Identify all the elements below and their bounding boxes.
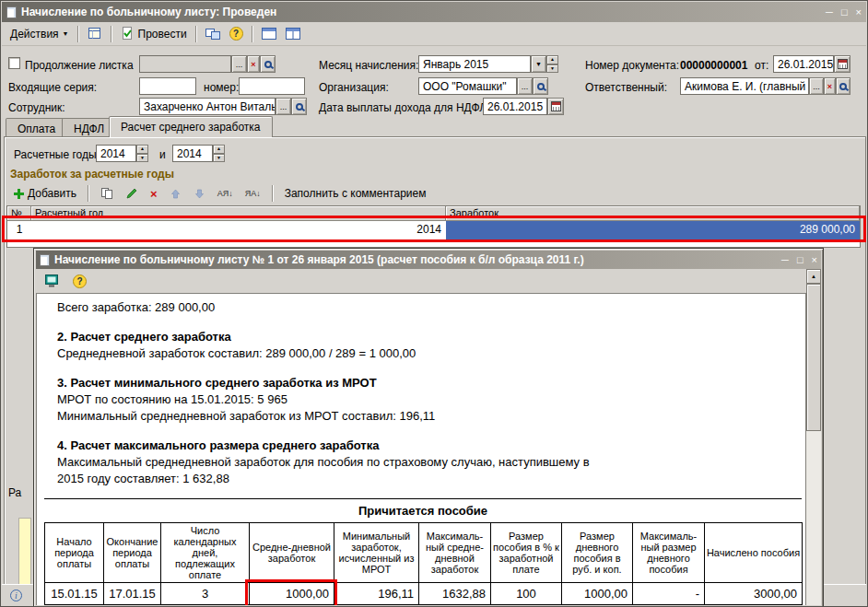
earnings-table-header: № Расчетный год Заработок [7,206,860,221]
benefit-table-title: Причитается пособие [44,503,802,519]
spin-up-icon[interactable]: ▲ [213,145,225,154]
search-icon [296,103,303,111]
continuation-search-button[interactable] [260,55,276,73]
continuation-ellipsis-button[interactable]: ... [231,55,247,73]
row-amount-cell[interactable]: 289 000,00 [446,221,860,239]
dialog-close-button[interactable]: × [812,254,817,265]
year2-input[interactable]: 2014 [172,145,213,162]
employee-input[interactable]: Захарченко Антон Витальеви [139,98,276,115]
header-cell: Начало периода оплаты [45,523,104,583]
benefit-table: Начало периода оплаты Окончание периода … [44,522,803,605]
data-cell-max-earning: 1632,88 [419,583,491,605]
month-spinner[interactable]: ▲ ▼ [546,55,558,73]
copy-icon [100,187,113,200]
dialog-help-button[interactable]: ? [69,273,90,290]
data-cell-period-end: 17.01.15 [104,583,161,605]
move-up-button[interactable] [166,186,185,202]
series-input[interactable] [139,77,196,95]
row-number-cell[interactable]: 1 [7,221,31,239]
ndfl-calendar-button[interactable] [547,98,564,115]
arrow-down-icon [194,188,205,200]
dialog-toolbar: ? [36,269,806,293]
responsible-search-button[interactable] [836,77,850,95]
spin-down-icon[interactable]: ▼ [136,154,148,163]
help-button[interactable]: ? [226,25,247,42]
series-number-label: номер: [204,81,239,94]
fill-with-comment-button[interactable]: Заполнить с комментарием [281,185,430,202]
tab-oplata[interactable]: Оплата [6,118,67,137]
scroll-up-icon[interactable]: ▲ [806,269,821,284]
month-dropdown-button[interactable]: ▼ [531,55,546,73]
minimize-button[interactable]: ─ [826,6,833,18]
date-calendar-button[interactable] [834,55,850,73]
responsible-input[interactable]: Акимова Е. И. (главный бух [680,77,809,95]
year2-spinner[interactable]: ▲ ▼ [213,145,225,162]
search-icon [537,83,545,90]
vertical-scrollbar[interactable]: ▲ [806,269,821,605]
move-down-button[interactable] [190,186,209,202]
employee-ellipsis-button[interactable]: ... [276,98,291,115]
row-year-cell[interactable]: 2014 [31,221,446,239]
info-icon: i [10,589,22,601]
continuation-checkbox[interactable] [8,57,20,69]
responsible-clear-button[interactable]: × [824,77,836,95]
header-cell: Число календарных дней, подлежащих оплат… [161,523,250,583]
date-input[interactable]: 26.01.2015 [773,55,834,73]
spin-up-icon[interactable]: ▲ [136,145,148,154]
organization-label: Организация: [319,81,389,94]
report-section2-title: 2. Расчет среднего заработка [57,329,805,345]
header-cell: Средне-дневной заработок [250,523,334,583]
report-section4-title: 4. Расчет максимального размера среднего… [57,438,805,454]
dialog-maximize-button[interactable]: □ [797,254,803,265]
delete-row-button[interactable]: × [147,186,161,202]
post-button[interactable]: Провести [117,25,191,42]
edit-row-button[interactable] [122,185,142,202]
journal-button[interactable] [84,25,106,42]
copy-row-button[interactable] [97,185,117,202]
tab-average-earnings[interactable]: Расчет среднего заработка [109,116,273,137]
dialog-minimize-button[interactable]: ─ [781,254,789,265]
sort-desc-button[interactable]: ЯА↓ [241,187,264,200]
table-row[interactable]: 1 2014 289 000,00 [7,221,860,239]
close-button[interactable]: × [856,6,862,18]
earnings-table: № Расчетный год Заработок 1 2014 289 000… [6,205,861,248]
month-label: Месяц начисления: [319,59,418,72]
window-icon [262,27,276,41]
spin-down-icon[interactable]: ▼ [546,64,558,74]
continuation-clear-button[interactable]: × [247,55,260,73]
scrollbar-thumb[interactable] [806,284,821,431]
sort-asc-button[interactable]: АЯ↓ [214,187,237,200]
employee-search-button[interactable] [291,98,307,115]
window-split-button[interactable] [282,25,304,42]
report-section4-text2: 2015 году составляет: 1 632,88 [57,471,805,487]
year1-spinner[interactable]: ▲ ▼ [136,145,148,162]
series-number-input[interactable] [239,77,305,95]
organization-ellipsis-button[interactable]: ... [517,77,533,95]
ndfl-date-input[interactable]: 26.01.2015 [483,98,547,115]
continuation-input[interactable] [139,55,231,73]
col-amount-header: Заработок [446,206,860,221]
structure-button[interactable] [202,25,224,42]
maximize-button[interactable]: □ [841,6,848,18]
benefit-table-wrap: Начало периода оплаты Окончание периода … [44,522,803,605]
report-section3-text2: Минимальный среднедневной заработок из М… [57,408,805,425]
document-icon [40,254,50,266]
and-label: и [159,148,166,161]
responsible-ellipsis-button[interactable]: ... [809,77,824,95]
toolbar-separator [111,26,112,42]
calendar-icon [551,101,561,111]
organization-input[interactable]: ООО "Ромашки" [418,77,517,95]
organization-search-button[interactable] [533,77,548,95]
earnings-toolbar: Добавить × АЯ↓ ЯА↓ Заполнить с комментар… [10,183,429,204]
spin-down-icon[interactable]: ▼ [213,154,225,163]
spin-up-icon[interactable]: ▲ [546,55,558,64]
add-label: Добавить [28,187,76,200]
month-input[interactable]: Январь 2015 [418,55,531,73]
header-cell: Начислено пособия [705,523,803,583]
actions-button[interactable]: Действия ▼ [6,26,73,42]
report-settings-button[interactable] [41,272,64,290]
window-layout-button[interactable] [258,25,280,42]
add-row-button[interactable]: Добавить [10,185,80,202]
year1-input[interactable]: 2014 [96,145,136,162]
report-content: Всего заработка: 289 000,00 2. Расчет ср… [36,293,806,605]
